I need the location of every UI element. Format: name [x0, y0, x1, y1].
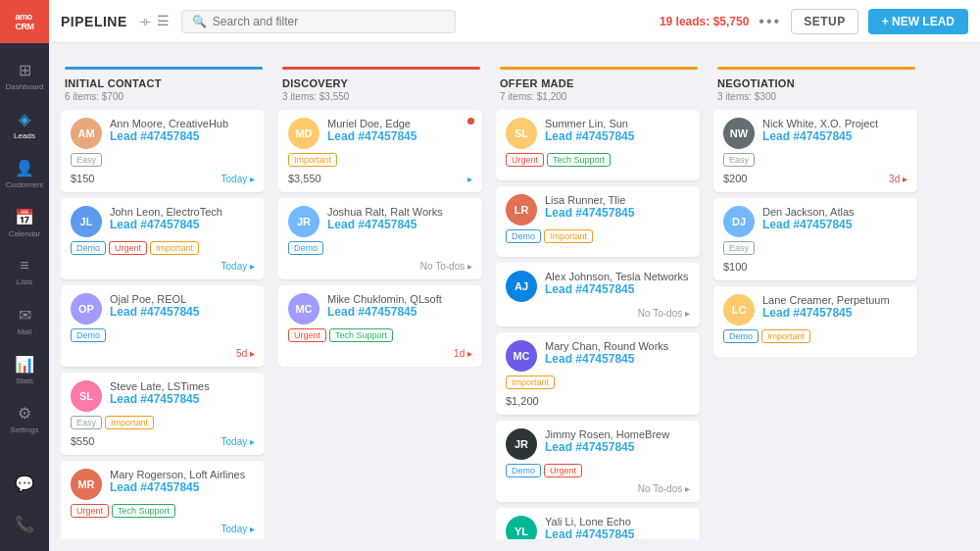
card-lead-number: Lead #47457845	[110, 392, 255, 406]
card-lead-number: Lead #47457845	[545, 129, 690, 143]
card-tag: Urgent	[109, 241, 147, 255]
table-row[interactable]: LCLane Creamer, PerpetuumLead #47457845D…	[713, 286, 917, 357]
card-lead-number: Lead #47457845	[327, 305, 472, 319]
card-lead-number: Lead #47457845	[762, 129, 907, 143]
card-tag: Important	[506, 376, 555, 389]
avatar: JL	[71, 206, 102, 237]
avatar: OP	[71, 293, 102, 325]
card-tag: Easy	[71, 416, 102, 429]
card-tags: DemoImportant	[723, 329, 907, 343]
card-info: Joshua Ralt, Ralt WorksLead #47457845	[327, 206, 472, 231]
avatar-initials: JR	[288, 206, 319, 237]
card-tag: Tech Support	[547, 153, 611, 167]
card-lead-number: Lead #47457845	[110, 129, 255, 143]
card-date: 1d ▸	[454, 348, 472, 359]
pipeline-view-icon[interactable]: ⟛	[139, 13, 151, 29]
setup-button[interactable]: SETUP	[791, 9, 858, 34]
sidebar-item-dashboard[interactable]: ⊞ Dashboard	[0, 51, 49, 100]
stage-column-offer-made: OFFER MADE7 items: $1,200SLSummer Lin, S…	[496, 55, 702, 539]
card-tags: Easy	[71, 153, 255, 167]
search-input[interactable]	[213, 15, 445, 28]
topbar-view-icons: ⟛ ☰	[139, 13, 170, 29]
more-button[interactable]: •••	[759, 13, 781, 30]
stage-cards-initial-contact: AMAnn Moore, CreativeHubLead #47457845Ea…	[61, 110, 267, 539]
card-bottom: $100	[723, 261, 907, 273]
card-info: Alex Johnson, Tesla NetworksLead #474578…	[545, 271, 690, 296]
card-bottom: 5d ▸	[71, 348, 255, 359]
sidebar-label-settings: Settings	[11, 426, 39, 434]
table-row[interactable]: DJDen Jackson, AtlasLead #47457845Easy$1…	[713, 198, 917, 280]
card-tags: DemoImportant	[506, 229, 690, 243]
table-row[interactable]: MDMuriel Doe, EdgeLead #47457845Importan…	[278, 110, 482, 192]
card-tag: Demo	[288, 241, 323, 255]
stage-meta: 6 items: $700	[65, 91, 263, 102]
sidebar-item-mail[interactable]: ✉ Mail	[0, 296, 49, 345]
table-row[interactable]: JRJimmy Rosen, HomeBrewLead #47457845Dem…	[496, 421, 700, 502]
stage-column-discovery: DISCOVERY3 items: $3,550MDMuriel Doe, Ed…	[278, 55, 484, 539]
avatar-initials: MR	[71, 469, 102, 500]
card-date: Today ▸	[221, 174, 255, 184]
card-tag: Urgent	[544, 464, 582, 477]
card-contact-name: Yali Li, Lone Echo	[545, 516, 690, 527]
card-bottom: No To-dos ▸	[506, 308, 690, 319]
card-top: JLJohn Leon, ElectroTechLead #47457845	[71, 206, 255, 237]
card-tag: Urgent	[71, 504, 109, 518]
table-row[interactable]: YLYali Li, Lone EchoLead #47457845Urgent…	[496, 508, 700, 539]
chat-icon[interactable]: 💬	[5, 466, 44, 501]
table-row[interactable]: MCMary Chan, Round WorksLead #47457845Im…	[496, 332, 700, 415]
table-row[interactable]: AJAlex Johnson, Tesla NetworksLead #4745…	[496, 263, 700, 326]
table-row[interactable]: SLSteve Late, LSTimesLead #47457845EasyI…	[61, 373, 265, 455]
table-row[interactable]: LRLisa Runner, TlieLead #47457845DemoImp…	[496, 186, 700, 257]
card-tag: Important	[105, 416, 154, 429]
stage-name: OFFER MADE	[500, 77, 698, 89]
card-lead-number: Lead #47457845	[110, 305, 255, 319]
sidebar-item-settings[interactable]: ⚙ Settings	[0, 394, 49, 443]
list-view-icon[interactable]: ☰	[157, 13, 170, 29]
new-lead-button[interactable]: + NEW LEAD	[868, 9, 968, 34]
sidebar-label-stats: Stats	[16, 376, 33, 385]
card-top: JRJoshua Ralt, Ralt WorksLead #47457845	[288, 206, 472, 237]
phone-icon[interactable]: 📞	[5, 506, 44, 541]
table-row[interactable]: MCMike Chuklomin, QLsoftLead #47457845Ur…	[278, 285, 482, 367]
card-tag: Important	[761, 329, 810, 343]
sidebar-item-stats[interactable]: 📊 Stats	[0, 345, 49, 394]
table-row[interactable]: JRJoshua Ralt, Ralt WorksLead #47457845D…	[278, 198, 482, 279]
sidebar-item-calendar[interactable]: 📅 Calendar	[0, 198, 49, 247]
sidebar-item-leads[interactable]: ◈ Leads	[0, 100, 49, 149]
avatar: SL	[506, 118, 537, 149]
card-info: Summer Lin, SunLead #47457845	[545, 118, 690, 143]
table-row[interactable]: AMAnn Moore, CreativeHubLead #47457845Ea…	[61, 110, 265, 192]
card-tags: DemoUrgent	[506, 464, 690, 477]
leads-value: $5,750	[713, 15, 750, 28]
sidebar-bottom: 💬 📞	[5, 466, 44, 551]
card-top: MRMary Rogerson, Loft AirlinesLead #4745…	[71, 469, 255, 500]
avatar: NW	[723, 118, 755, 149]
card-contact-name: Mary Rogerson, Loft Airlines	[110, 469, 255, 480]
table-row[interactable]: JLJohn Leon, ElectroTechLead #47457845De…	[61, 198, 265, 279]
table-row[interactable]: MRMary Rogerson, Loft AirlinesLead #4745…	[61, 461, 265, 539]
card-contact-name: Mike Chuklomin, QLsoft	[327, 293, 472, 305]
card-lead-number: Lead #47457845	[327, 129, 472, 143]
card-bottom: Today ▸	[71, 524, 255, 534]
table-row[interactable]: OPOjal Poe, REOLLead #47457845Demo5d ▸	[61, 285, 265, 367]
stage-bar	[717, 67, 915, 70]
table-row[interactable]: SLSummer Lin, SunLead #47457845UrgentTec…	[496, 110, 700, 180]
sidebar-item-lists[interactable]: ≡ Lists	[0, 247, 49, 296]
card-contact-name: Joshua Ralt, Ralt Works	[327, 206, 472, 218]
card-bottom: $1,200	[506, 395, 690, 407]
card-tag: Urgent	[506, 153, 544, 167]
search-bar[interactable]: 🔍	[181, 10, 456, 33]
table-row[interactable]: NWNick White, X.O. ProjectLead #47457845…	[713, 110, 917, 192]
sidebar-item-customers[interactable]: 👤 Customers	[0, 149, 49, 198]
card-lead-number: Lead #47457845	[545, 440, 690, 454]
stage-bar	[500, 67, 698, 70]
stage-name: DISCOVERY	[282, 77, 480, 89]
stage-column-initial-contact: INITIAL CONTACT6 items: $700AMAnn Moore,…	[61, 55, 267, 539]
card-info: Jimmy Rosen, HomeBrewLead #47457845	[545, 428, 690, 454]
card-top: AMAnn Moore, CreativeHubLead #47457845	[71, 118, 255, 149]
stage-bar	[282, 67, 480, 70]
card-lead-number: Lead #47457845	[545, 206, 690, 220]
card-tags: Important	[506, 376, 690, 389]
stage-meta: 7 items: $1,200	[500, 91, 698, 102]
card-top: MCMike Chuklomin, QLsoftLead #47457845	[288, 293, 472, 325]
